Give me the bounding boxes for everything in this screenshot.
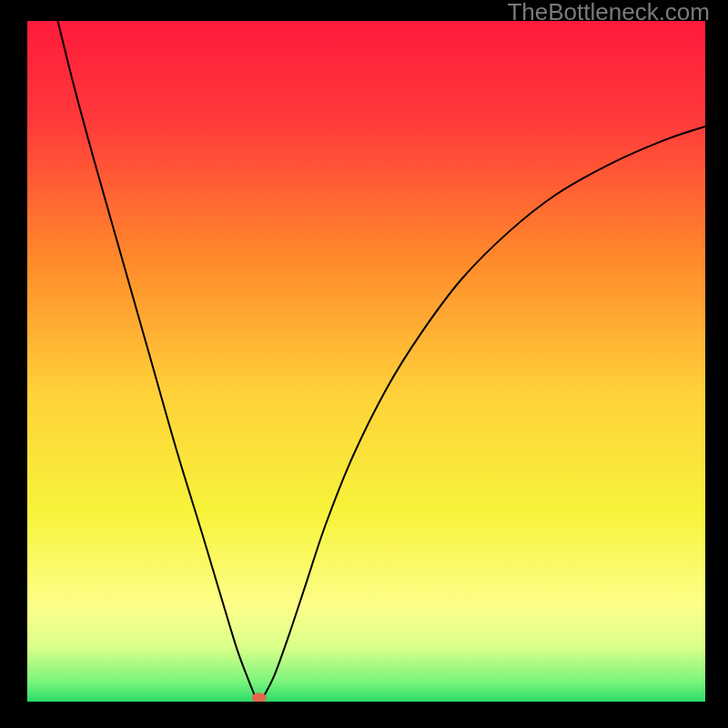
chart-background — [27, 21, 705, 702]
chart-plot-area — [27, 21, 705, 702]
watermark-text: TheBottleneck.com — [507, 0, 710, 26]
chart-svg — [27, 21, 705, 702]
